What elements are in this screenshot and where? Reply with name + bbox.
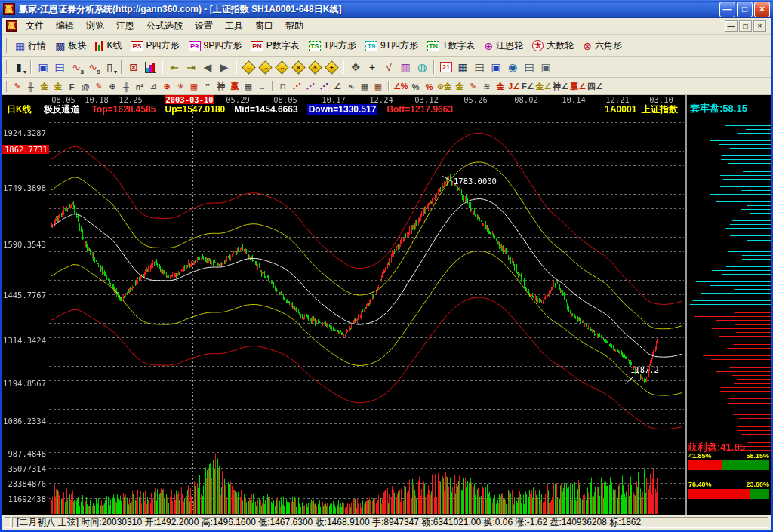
draw-tool-26[interactable]: ▦ xyxy=(358,79,371,94)
minimize-button[interactable]: — xyxy=(719,2,735,17)
tool-cycle-tool[interactable]: ◍ xyxy=(414,59,430,75)
draw-tool-40[interactable]: 神∠ xyxy=(552,79,569,94)
draw-tool-23[interactable]: ⋰ xyxy=(317,79,331,94)
draw-tool-20[interactable]: ⊓ xyxy=(276,79,290,94)
menu-公式选股[interactable]: 公式选股 xyxy=(140,18,189,34)
tool-notes[interactable]: ▤ xyxy=(471,59,488,75)
menu-浏览[interactable]: 浏览 xyxy=(80,18,110,34)
tool-save[interactable]: ▣ xyxy=(488,59,504,75)
draw-tool-39[interactable]: 金∠ xyxy=(534,79,552,94)
draw-tool-1[interactable]: ╫ xyxy=(24,79,38,94)
volume-tick-label: 23384876 xyxy=(2,479,46,488)
tool-angle-measure-tool[interactable]: √ xyxy=(380,59,397,75)
draw-tool-15[interactable]: 神 xyxy=(214,79,228,94)
draw-tool-11[interactable]: ⊕ xyxy=(160,79,174,94)
draw-tool-42[interactable]: 四∠ xyxy=(587,79,604,94)
menu-江恩[interactable]: 江恩 xyxy=(110,18,140,34)
draw-tool-0[interactable]: ✎ xyxy=(11,79,24,94)
toolbar-button-sectors[interactable]: ▩板块 xyxy=(51,38,91,54)
draw-tool-13[interactable]: ▦ xyxy=(187,79,201,94)
menu-文件[interactable]: 文件 xyxy=(20,18,50,34)
draw-tool-14[interactable]: ″ xyxy=(201,79,214,94)
main-chart-canvas[interactable] xyxy=(2,95,685,515)
tool-zoom-out[interactable]: ↔ xyxy=(273,59,290,75)
draw-tool-27[interactable]: ▦ xyxy=(371,79,385,94)
tool-next-bar[interactable]: ▶ xyxy=(216,59,233,75)
draw-tool-12[interactable]: ✳ xyxy=(174,79,187,94)
menu-设置[interactable]: 设置 xyxy=(189,18,219,34)
draw-tool-38[interactable]: F∠ xyxy=(521,79,535,94)
draw-tool-31[interactable]: % xyxy=(423,79,436,94)
tool-first-bar[interactable]: ⇤ xyxy=(166,59,183,75)
tool-pattern-view[interactable]: ⊠ xyxy=(125,59,142,75)
toolbar-button-9t-square[interactable]: T99T四方形 xyxy=(361,38,423,54)
draw-tool-8[interactable]: ╫ xyxy=(119,79,133,94)
draw-tool-4[interactable]: F xyxy=(65,79,79,94)
tool-scroll-right[interactable]: → xyxy=(257,59,273,75)
draw-tool-32[interactable]: ⊙金 xyxy=(436,79,453,94)
toolbar-button-t-square[interactable]: TST四方形 xyxy=(304,38,361,54)
tool-minute-3[interactable]: ∿3 xyxy=(68,59,85,75)
tool-histogram-view[interactable] xyxy=(142,59,159,75)
draw-tool-30[interactable]: % xyxy=(409,79,423,94)
toolbar-button-quotes[interactable]: ▦行情 xyxy=(11,38,51,54)
draw-tool-34[interactable]: ✎ xyxy=(467,79,480,94)
draw-tool-37[interactable]: J∠ xyxy=(507,79,521,94)
draw-tool-24[interactable]: ∠ xyxy=(331,79,344,94)
tool-prev-bar[interactable]: ◀ xyxy=(199,59,216,75)
toolbar-button-big-number-wheel[interactable]: 太大数轮 xyxy=(528,38,578,54)
tool-candle-style-dropdown[interactable]: ▯▾ xyxy=(101,59,118,75)
restore-button[interactable]: □ xyxy=(737,2,753,17)
draw-tool-22[interactable]: ⋰ xyxy=(303,79,317,94)
draw-tool-21[interactable]: ⋰ xyxy=(290,79,303,94)
draw-tool-2[interactable]: 金 xyxy=(38,79,51,94)
tool-print[interactable]: ▣ xyxy=(537,59,554,75)
draw-tool-7[interactable]: ⊕ xyxy=(106,79,119,94)
menu-窗口[interactable]: 窗口 xyxy=(249,18,279,34)
toolbar-button-p-number-table[interactable]: PNP数字表 xyxy=(246,38,304,54)
tool-calendar[interactable]: 21 xyxy=(438,59,454,75)
draw-tool-5[interactable]: @ xyxy=(79,79,92,94)
tool-scroll-left[interactable]: ← xyxy=(240,59,257,75)
tool-period-dropdown[interactable]: ▮▾ xyxy=(11,59,27,75)
tool-restore-view[interactable]: + xyxy=(323,59,340,75)
menu-帮助[interactable]: 帮助 xyxy=(279,18,310,34)
toolbar-button-gann-wheel[interactable]: ⊕江恩轮 xyxy=(479,38,528,54)
toolbar-button-hexagon[interactable]: ⊛六角形 xyxy=(578,38,627,54)
toolbar-button-t-number-table[interactable]: TNT数字表 xyxy=(423,38,479,54)
tool-zone-select[interactable]: ▣ xyxy=(35,59,51,75)
tool-web-link[interactable]: ◉ xyxy=(504,59,521,75)
tool-zoom-in[interactable]: × xyxy=(290,59,306,75)
draw-tool-25[interactable]: ∿ xyxy=(344,79,358,94)
draw-tool-36[interactable]: 金 xyxy=(494,79,507,94)
draw-tool-6[interactable]: ✎ xyxy=(92,79,106,94)
toolbar-button-kline[interactable]: K线 xyxy=(91,38,126,54)
menu-工具[interactable]: 工具 xyxy=(219,18,249,34)
mdi-close-button[interactable]: × xyxy=(753,20,766,32)
toolbar-button-9p-square[interactable]: P99P四方形 xyxy=(184,38,247,54)
draw-tool-29[interactable]: ∠% xyxy=(393,79,409,94)
tool-last-bar[interactable]: ⇥ xyxy=(183,59,199,75)
draw-tool-16[interactable]: 赢 xyxy=(228,79,242,94)
draw-tool-9[interactable]: n² xyxy=(133,79,146,94)
tool-gann-grid-tool[interactable]: ▥ xyxy=(397,59,414,75)
tool-calculator[interactable]: ▦ xyxy=(454,59,471,75)
tool-minute-9[interactable]: ∿9 xyxy=(85,59,101,75)
tool-export[interactable]: ▤ xyxy=(521,59,537,75)
draw-tool-33[interactable]: 金 xyxy=(453,79,467,94)
draw-tool-3[interactable]: 金 xyxy=(51,79,65,94)
tool-info-view[interactable]: ▤ xyxy=(51,59,68,75)
toolbar-button-p-square[interactable]: PSP四方形 xyxy=(126,38,183,54)
draw-tool-17[interactable]: ▦ xyxy=(242,79,255,94)
mdi-minimize-button[interactable]: — xyxy=(725,20,738,32)
tool-fit-all[interactable]: ✳ xyxy=(306,59,323,75)
tool-hand-tool[interactable]: ✥ xyxy=(347,59,364,75)
draw-tool-10[interactable]: ⊿ xyxy=(146,79,160,94)
draw-tool-35[interactable]: ≋ xyxy=(480,79,494,94)
tool-crosshair-tool[interactable]: + xyxy=(364,59,380,75)
menu-编辑[interactable]: 编辑 xyxy=(50,18,80,34)
draw-tool-18[interactable]: ↔ xyxy=(255,79,269,94)
draw-tool-41[interactable]: 赢∠ xyxy=(569,79,587,94)
close-button[interactable]: × xyxy=(754,2,770,17)
mdi-restore-button[interactable]: □ xyxy=(739,20,752,32)
